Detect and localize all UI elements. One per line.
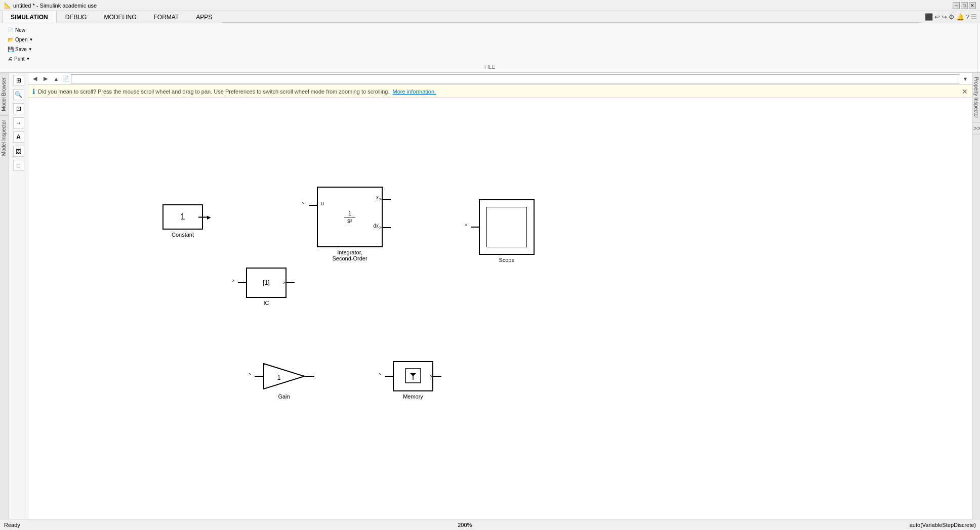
scope-label: Scope xyxy=(499,257,514,263)
ic-block-body[interactable]: > [1] > xyxy=(246,268,287,298)
memory-label: Memory xyxy=(403,393,423,400)
save-button[interactable]: 💾 Save ▼ xyxy=(5,45,35,54)
save-icon: 💾 xyxy=(8,47,14,52)
window-controls[interactable]: ─ □ ✕ xyxy=(953,2,976,9)
constant-value: 1 xyxy=(181,212,185,222)
infobar: ℹ Did you mean to scroll? Press the mous… xyxy=(28,85,972,98)
more-info-link[interactable]: More information. xyxy=(393,89,436,95)
status-ready: Ready xyxy=(4,522,20,528)
nav-back-button[interactable]: ◀ xyxy=(30,74,39,83)
integrator-block[interactable]: > u > x > dx 1 s² Integrator, Second-Ord… xyxy=(317,187,383,261)
statusbar: Ready 200% auto(VariableStepDiscrete) xyxy=(0,519,980,530)
port-x-label: x xyxy=(376,195,379,200)
info-close-button[interactable]: ✕ xyxy=(962,87,968,96)
gain-block[interactable]: 1 > > Gain xyxy=(259,361,309,400)
memory-block[interactable]: > > Memory xyxy=(393,361,433,400)
ic-value: [1] xyxy=(263,279,269,286)
scope-block-body[interactable]: > xyxy=(479,199,535,255)
constant-block-body[interactable]: 1 ▶ xyxy=(162,204,203,230)
canvas-area[interactable]: 1 ▶ Constant > u > x xyxy=(28,98,972,519)
gain-label: Gain xyxy=(278,393,290,400)
model-browser-tab[interactable]: Model Browser xyxy=(0,73,9,115)
new-button[interactable]: 📄 New xyxy=(5,25,28,34)
close-button[interactable]: ✕ xyxy=(969,2,976,9)
open-button[interactable]: 📂 Open ▼ xyxy=(5,35,35,44)
status-solver: auto(VariableStepDiscrete) xyxy=(910,522,976,528)
area-button[interactable]: □ xyxy=(13,160,24,171)
top-icon-3[interactable]: ↪ xyxy=(942,13,947,21)
collapse-right-button[interactable]: >> xyxy=(972,123,980,135)
top-icon-7[interactable]: ☰ xyxy=(971,13,977,21)
pan-button[interactable]: → xyxy=(13,117,24,128)
top-icon-2[interactable]: ↩ xyxy=(934,13,940,21)
gain-block-body[interactable]: 1 > > xyxy=(259,361,309,391)
title-icon: 📐 xyxy=(4,2,11,9)
zoom-in-button[interactable]: 🔍 xyxy=(13,89,24,100)
addressbar: ◀ ▶ ▲ 📄 untitled ▼ xyxy=(28,73,972,85)
scope-block[interactable]: > Scope xyxy=(479,199,535,263)
title-text: untitled * - Simulink academic use xyxy=(13,3,97,9)
status-zoom: 200% xyxy=(458,522,472,528)
address-dropdown-button[interactable]: ▼ xyxy=(961,74,970,83)
open-icon: 📂 xyxy=(8,37,14,42)
zoom-fit-button[interactable]: ⊞ xyxy=(13,75,24,86)
integrator-label: Integrator, Second-Order xyxy=(332,249,367,261)
new-icon: 📄 xyxy=(8,27,14,33)
tab-simulation[interactable]: SIMULATION xyxy=(2,11,57,23)
tab-format[interactable]: FORMAT xyxy=(145,11,187,23)
nav-up-button[interactable]: ▲ xyxy=(52,74,61,83)
text-annotation-button[interactable]: A xyxy=(13,131,24,143)
gain-triangle: 1 xyxy=(259,361,309,391)
print-icon: 🖨 xyxy=(8,56,13,62)
gain-value: 1 xyxy=(277,374,281,381)
print-dropdown-icon: ▼ xyxy=(26,57,30,61)
zoom-selection-button[interactable]: ⊡ xyxy=(13,103,24,114)
ic-block[interactable]: > [1] > IC xyxy=(246,268,287,306)
print-button[interactable]: 🖨 Print ▼ xyxy=(5,54,32,63)
svg-marker-0 xyxy=(264,364,304,389)
image-annotation-button[interactable]: 🖼 xyxy=(13,146,24,157)
constant-block[interactable]: 1 ▶ Constant xyxy=(162,204,203,238)
open-dropdown-icon: ▼ xyxy=(29,37,33,42)
port-u-label: u xyxy=(321,201,324,206)
ribbon: 📄 New 📂 Open ▼ 💾 Save ▼ 🖨 Print ▼ FILE xyxy=(0,23,980,73)
left-panel-tabs: Model Browser Model Inspector xyxy=(0,73,9,519)
tab-modeling[interactable]: MODELING xyxy=(95,11,145,23)
info-text: Did you mean to scroll? Press the mouse … xyxy=(38,89,390,95)
port-dx-label: dx xyxy=(373,223,379,229)
scope-display xyxy=(486,207,527,247)
integrator-denominator: s² xyxy=(343,217,356,225)
right-sidebar-tabs: Property Inspector >> xyxy=(972,73,980,519)
property-inspector-tab[interactable]: Property Inspector xyxy=(972,73,980,123)
nav-forward-button[interactable]: ▶ xyxy=(41,74,50,83)
model-inspector-tab[interactable]: Model Inspector xyxy=(0,115,9,160)
integrator-numerator: 1 xyxy=(344,210,356,217)
save-dropdown-icon: ▼ xyxy=(28,47,32,52)
constant-label: Constant xyxy=(172,232,194,238)
memory-icon xyxy=(403,366,423,386)
model-icon-small: 📄 xyxy=(62,75,69,82)
top-icon-1[interactable]: ⬛ xyxy=(925,13,933,21)
ic-label: IC xyxy=(264,300,269,306)
info-icon: ℹ xyxy=(32,87,35,96)
memory-block-body[interactable]: > > xyxy=(393,361,433,391)
minimize-button[interactable]: ─ xyxy=(953,2,960,9)
maximize-button[interactable]: □ xyxy=(961,2,968,9)
tab-apps[interactable]: APPS xyxy=(187,11,221,23)
ribbon-group-file: 📄 New 📂 Open ▼ 💾 Save ▼ 🖨 Print ▼ FILE xyxy=(2,24,978,71)
top-icon-5[interactable]: 🔔 xyxy=(956,13,964,21)
top-icon-4[interactable]: ⚙ xyxy=(949,13,955,21)
top-icon-6[interactable]: ? xyxy=(966,13,969,21)
address-input[interactable]: untitled xyxy=(71,74,959,83)
file-group-label: FILE xyxy=(5,63,974,70)
integrator-block-body[interactable]: > u > x > dx 1 s² xyxy=(317,187,383,247)
tab-debug[interactable]: DEBUG xyxy=(57,11,96,23)
left-icon-sidebar: ⊞ 🔍 ⊡ → A 🖼 □ xyxy=(9,73,28,519)
menubar: SIMULATION DEBUG MODELING FORMAT APPS ⬛ … xyxy=(0,11,980,23)
titlebar: 📐 untitled * - Simulink academic use ─ □… xyxy=(0,0,980,11)
